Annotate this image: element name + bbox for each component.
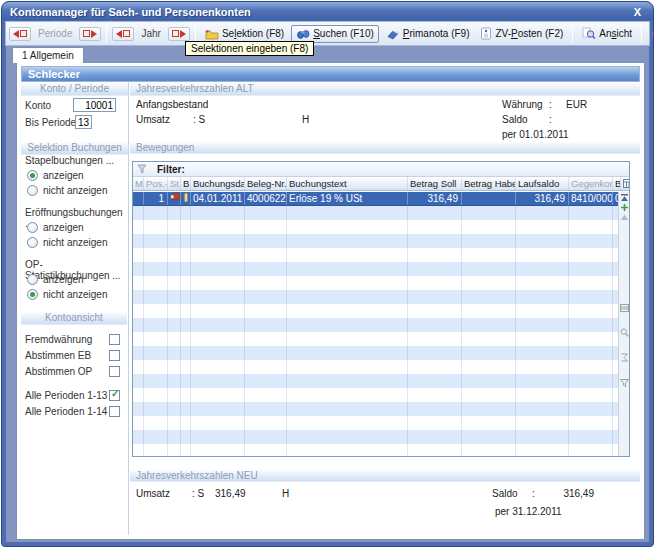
cell-empty [287, 262, 408, 276]
cell-empty [516, 290, 569, 304]
grid-column-header[interactable]: M [133, 177, 144, 190]
checkbox-row[interactable]: Fremdwährung [21, 331, 127, 347]
saldo-neu-colon: : [532, 488, 535, 499]
table-row-empty[interactable] [133, 290, 618, 304]
drucken-button[interactable]: Drucken [647, 26, 654, 42]
table-row-empty[interactable] [133, 248, 618, 262]
cell-empty [191, 318, 245, 332]
grid-column-header[interactable]: Gegenkonto [569, 177, 613, 190]
checkbox-checked-icon[interactable] [109, 390, 120, 401]
radio-icon[interactable] [27, 237, 38, 248]
table-row-selected[interactable]: 104.01.2011 /Di40006228Erlöse 19 % USt31… [133, 192, 618, 206]
cell-empty [245, 262, 287, 276]
checkbox-row[interactable]: Alle Perioden 1-14 [21, 403, 127, 419]
card-view-icon[interactable] [620, 298, 629, 316]
search-rows-icon[interactable] [620, 323, 629, 341]
cell-empty [181, 234, 191, 248]
table-row-empty[interactable] [133, 206, 618, 220]
radio-option[interactable]: nicht anzeigen [21, 183, 127, 198]
cell-empty [462, 262, 516, 276]
sum-icon[interactable] [620, 348, 629, 366]
zv-posten-button[interactable]: ZV-Posten (F2) [476, 25, 567, 42]
add-row-icon[interactable] [619, 202, 629, 212]
radio-selected-icon[interactable] [27, 170, 38, 181]
radio-option[interactable]: nicht anzeigen [21, 287, 127, 302]
cell-empty [245, 416, 287, 430]
arrow-left-icon [116, 30, 122, 38]
cell-empty [462, 304, 516, 318]
cell-empty [462, 276, 516, 290]
cell-empty [245, 444, 287, 456]
scroll-top-icon[interactable] [619, 192, 629, 202]
table-row-empty[interactable] [133, 402, 618, 416]
radio-option[interactable]: nicht anzeigen [21, 235, 127, 250]
cell-empty [287, 374, 408, 388]
table-row-empty[interactable] [133, 444, 618, 456]
cell-empty [144, 402, 168, 416]
grid-filter-bar[interactable]: Filter: [133, 162, 629, 177]
radio-icon[interactable] [27, 222, 38, 233]
grid-column-header[interactable]: Buchungstext [287, 177, 408, 190]
checkbox-icon[interactable] [109, 406, 120, 417]
table-row-empty[interactable] [133, 346, 618, 360]
selektion-button[interactable]: Selektion (F8) [201, 26, 288, 42]
tab-allgemein[interactable]: 1 Allgemein [12, 47, 84, 63]
grid-column-header[interactable]: Beleg-Nr. [245, 177, 287, 190]
checkbox-row[interactable]: Abstimmen EB [21, 347, 127, 363]
table-row-empty[interactable] [133, 388, 618, 402]
radio-option[interactable]: anzeigen [21, 220, 127, 235]
jahr-next-button[interactable] [168, 27, 190, 41]
periode-prev-button[interactable] [9, 27, 31, 41]
grid-column-header[interactable]: B [613, 177, 621, 190]
table-row-empty[interactable] [133, 318, 618, 332]
bis-periode-input[interactable] [75, 115, 92, 129]
radio-option[interactable]: anzeigen [21, 168, 127, 183]
title-bar[interactable]: Kontomanager für Sach- und Personenkonte… [2, 2, 653, 21]
app-window: Kontomanager für Sach- und Personenkonte… [1, 1, 654, 547]
close-icon[interactable]: X [630, 6, 645, 18]
ansicht-button[interactable]: Ansicht [578, 25, 636, 42]
grid-column-header[interactable]: Buchungsdatum [191, 177, 245, 190]
grid-side-tools [619, 298, 629, 391]
checkbox-icon[interactable] [109, 366, 120, 377]
cell-empty [181, 276, 191, 290]
grid-header-row[interactable]: MPos.-nrStBBuchungsdatumBeleg-Nr.Buchung… [133, 177, 629, 191]
suchen-button[interactable]: Suchen (F10) [291, 25, 379, 43]
selektion-label: Selektion (F8) [222, 28, 284, 39]
grid-column-header[interactable]: Betrag Haben [462, 177, 516, 190]
checkbox-icon[interactable] [109, 350, 120, 361]
grid-column-header[interactable]: St [168, 177, 181, 190]
table-row-empty[interactable] [133, 304, 618, 318]
periode-next-button[interactable] [79, 27, 101, 41]
checkbox-icon[interactable] [109, 334, 120, 345]
radio-selected-icon[interactable] [27, 289, 38, 300]
radio-icon[interactable] [27, 274, 38, 285]
table-row-empty[interactable] [133, 416, 618, 430]
table-row-empty[interactable] [133, 332, 618, 346]
grid-column-header[interactable]: B [181, 177, 191, 190]
table-row-empty[interactable] [133, 360, 618, 374]
cell-empty [408, 304, 462, 318]
table-row-empty[interactable] [133, 430, 618, 444]
checkbox-row[interactable]: Abstimmen OP [21, 363, 127, 379]
table-row-empty[interactable] [133, 374, 618, 388]
checkbox-row[interactable]: Alle Perioden 1-13 [21, 387, 127, 403]
table-row-empty[interactable] [133, 220, 618, 234]
grid-scrollbar[interactable] [618, 192, 629, 456]
scroll-up-icon[interactable] [619, 212, 629, 222]
filter-rows-icon[interactable] [620, 373, 629, 391]
konto-input[interactable] [73, 98, 116, 112]
grid-column-header[interactable]: Betrag Soll [408, 177, 462, 190]
table-row-empty[interactable] [133, 234, 618, 248]
cell-empty [287, 276, 408, 290]
grid-column-header[interactable]: Laufsaldo [516, 177, 569, 190]
table-row-empty[interactable] [133, 276, 618, 290]
radio-icon[interactable] [27, 185, 38, 196]
grid-column-header[interactable]: Pos.-nr [144, 177, 168, 190]
grid-settings-icon[interactable] [621, 177, 631, 190]
cell-empty [462, 388, 516, 402]
primanota-button[interactable]: Primanota (F9) [382, 26, 474, 42]
cell-empty [191, 360, 245, 374]
jahr-prev-button[interactable] [112, 27, 134, 41]
table-row-empty[interactable] [133, 262, 618, 276]
